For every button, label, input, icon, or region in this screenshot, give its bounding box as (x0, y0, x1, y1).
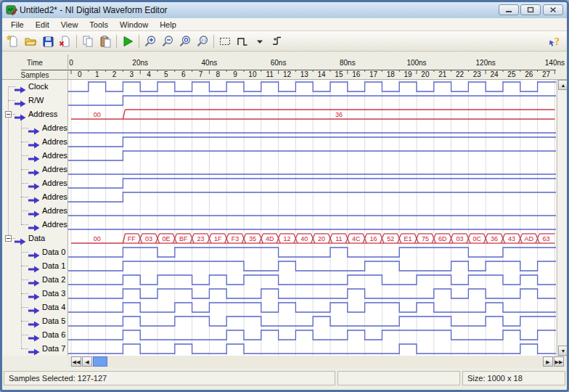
signal-arrow-icon (28, 197, 40, 204)
tree-guide-line (21, 252, 28, 253)
scroll-start-button[interactable]: ◀◀ (71, 356, 81, 367)
menu-item-edit[interactable]: Edit (30, 19, 55, 30)
waveform-plot-area[interactable]: 003600FF030EBF231FF3354D124020114C1652E1… (68, 80, 556, 356)
signal-row-address-1[interactable]: Address 1 (2, 135, 67, 149)
time-tick-label: 60ns (271, 59, 287, 67)
scroll-end-button[interactable]: ▶▶ (554, 356, 564, 367)
sample-number-label: 1 (95, 70, 99, 78)
signal-row-data-0[interactable]: Data 0 (2, 245, 67, 259)
sample-number-label: 8 (216, 70, 221, 78)
close-file-button[interactable] (57, 33, 73, 49)
signal-row-data-7[interactable]: Data 7 (2, 342, 67, 356)
signal-row-data-1[interactable]: Data 1 (2, 259, 67, 273)
signal-arrow-icon (28, 293, 40, 301)
signal-row-r-w[interactable]: R/W (2, 94, 67, 107)
scroll-left-button[interactable]: ◀ (82, 356, 92, 367)
signal-name-label: Data 5 (42, 317, 65, 325)
menu-item-view[interactable]: View (55, 19, 84, 30)
open-file-icon (24, 35, 37, 48)
pulse-dropdown-button[interactable] (252, 33, 268, 49)
zoom-fit-button[interactable] (177, 33, 193, 49)
open-file-button[interactable] (22, 33, 38, 49)
signal-row-address-2[interactable]: Address 2 (2, 149, 67, 163)
new-file-button[interactable] (5, 33, 21, 49)
copy-icon (81, 35, 94, 48)
signal-row-data-3[interactable]: Data 3 (2, 287, 67, 301)
signal-row-clock[interactable]: Clock (2, 80, 67, 94)
svg-text:0C: 0C (473, 235, 482, 242)
signal-name-label: Address 4 (42, 179, 67, 187)
scroll-up-button[interactable]: ▲ (558, 80, 568, 90)
sample-number-label: 12 (283, 70, 291, 78)
svg-text:63: 63 (542, 235, 549, 242)
sample-number-label: 5 (164, 70, 168, 78)
close-file-icon (59, 35, 72, 48)
horizontal-scrollbar[interactable]: ◀◀ ◀ ▶ ▶▶ (68, 356, 567, 367)
tree-guide-line (21, 155, 28, 156)
signal-row-address-5[interactable]: Address 5 (2, 190, 67, 204)
time-tick-label: 140ns (545, 59, 565, 67)
svg-text:F3: F3 (232, 235, 240, 242)
sample-number-label: 3 (130, 70, 134, 78)
save-file-button[interactable] (40, 33, 56, 49)
signal-name-label: Address 6 (42, 206, 67, 215)
run-button[interactable] (120, 33, 136, 49)
maximize-button[interactable] (520, 4, 541, 15)
signal-name-label: Address (28, 110, 57, 118)
zoom-out-icon (161, 35, 174, 48)
zoom-selection-button[interactable]: 1:1 (195, 33, 210, 49)
signal-arrow-icon (28, 128, 40, 135)
snap-to-edge-button[interactable] (269, 33, 285, 49)
tree-guide-line (21, 266, 28, 266)
svg-text:23: 23 (197, 235, 204, 242)
signal-row-data[interactable]: Data (2, 232, 67, 245)
signal-row-address-6[interactable]: Address 6 (2, 204, 67, 218)
sample-number-label: 23 (473, 70, 481, 78)
signal-name-label: Data 2 (42, 275, 65, 284)
signal-row-data-5[interactable]: Data 5 (2, 314, 67, 328)
vertical-scrollbar[interactable]: ▲ ▼ (557, 80, 567, 356)
signal-row-address[interactable]: Address (2, 107, 67, 121)
signal-row-address-3[interactable]: Address 3 (2, 163, 67, 176)
signal-arrow-icon (28, 307, 40, 314)
svg-text:03: 03 (145, 235, 152, 242)
zoom-in-button[interactable] (142, 33, 158, 49)
close-button[interactable] (543, 4, 563, 15)
signal-arrow-icon (28, 211, 40, 218)
signal-name-label: Data 4 (42, 303, 65, 311)
minimize-button[interactable] (499, 4, 519, 15)
zoom-selection-icon: 1:1 (196, 35, 209, 48)
signal-row-address-7[interactable]: Address 7 (2, 218, 67, 232)
svg-text:6D: 6D (438, 235, 447, 242)
signal-name-label: Address 2 (42, 151, 67, 160)
copy-button[interactable] (80, 33, 96, 49)
time-tick-label: 100ns (406, 59, 426, 67)
tree-guide-line (21, 279, 28, 280)
samples-axis-label: Samples (2, 71, 67, 79)
signal-row-data-4[interactable]: Data 4 (2, 301, 67, 314)
context-help-button[interactable]: ? (547, 33, 563, 49)
signal-row-address-0[interactable]: Address 0 (2, 121, 67, 135)
signal-name-label: Data 6 (42, 330, 65, 339)
signal-name-label: Data 0 (42, 248, 65, 256)
scroll-down-button[interactable]: ▼ (558, 346, 568, 356)
menu-item-file[interactable]: File (5, 19, 30, 30)
signal-arrow-icon (28, 224, 40, 232)
collapse-toggle-icon[interactable] (5, 111, 12, 118)
signal-row-data-6[interactable]: Data 6 (2, 328, 67, 342)
signal-row-data-2[interactable]: Data 2 (2, 273, 67, 287)
collapse-toggle-icon[interactable] (5, 235, 12, 242)
select-pattern-button[interactable] (217, 33, 233, 49)
menu-item-window[interactable]: Window (114, 19, 154, 30)
horizontal-scroll-thumb[interactable] (93, 356, 107, 367)
paste-button[interactable] (97, 33, 113, 49)
sample-number-label: 4 (147, 70, 151, 78)
pulse-pattern-button[interactable] (234, 33, 250, 49)
menu-item-tools[interactable]: Tools (83, 19, 114, 30)
svg-text:00: 00 (94, 235, 101, 242)
scroll-right-button[interactable]: ▶ (543, 356, 553, 367)
menu-item-help[interactable]: Help (154, 19, 182, 30)
tree-guide-line (21, 183, 28, 184)
signal-row-address-4[interactable]: Address 4 (2, 176, 67, 190)
zoom-out-button[interactable] (160, 33, 176, 49)
